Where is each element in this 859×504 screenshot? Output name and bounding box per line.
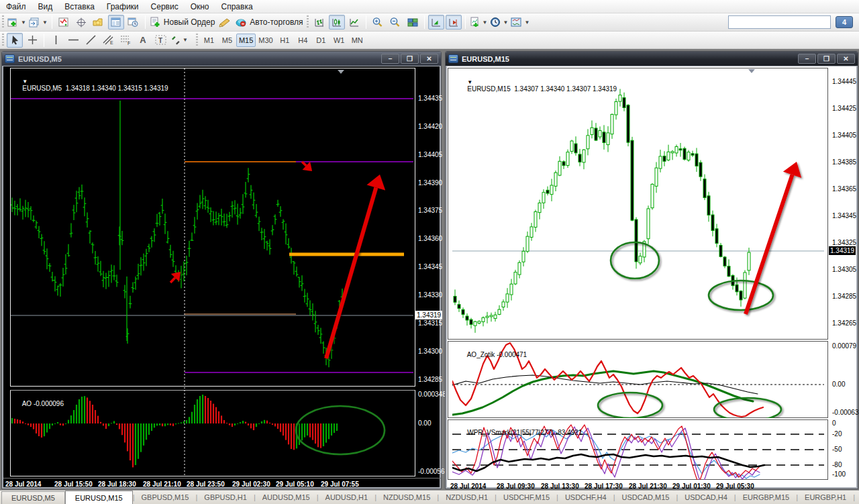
vertical-line-button[interactable] xyxy=(48,33,64,48)
close-button[interactable]: ✕ xyxy=(837,54,855,64)
standard-toolbar: ▼ ▼ Новый Ордер Авт xyxy=(0,13,859,32)
minimize-button[interactable]: – xyxy=(798,54,816,64)
text-label-button[interactable]: T xyxy=(152,33,168,48)
chart-tab-usdchf-h4[interactable]: USDCHF,H4 xyxy=(558,493,613,501)
menu-item-вставка[interactable]: Вставка xyxy=(58,1,101,13)
chart-client-area[interactable]: ▼ EURUSD,M15 1.34307 1.34340 1.34307 1.3… xyxy=(447,66,856,487)
templates-button[interactable]: ▼ xyxy=(510,15,530,30)
timeframe-button-m30[interactable]: M30 xyxy=(256,34,275,47)
window-titlebar[interactable]: EURUSD,M5 – ❐ ✕ xyxy=(2,52,441,66)
search-box[interactable] xyxy=(728,15,831,29)
collapse-caret-icon[interactable]: ▼ xyxy=(467,79,472,85)
arrows-tool-button[interactable]: ▼ xyxy=(170,33,189,48)
menu-item-файл[interactable]: Файл xyxy=(0,1,32,13)
fibonacci-button[interactable]: F xyxy=(117,33,134,48)
price-chart-m15[interactable] xyxy=(452,68,825,340)
cursor-button[interactable] xyxy=(7,33,23,48)
arrows-tool-icon xyxy=(170,35,181,45)
chart-window-icon xyxy=(5,54,15,63)
collapse-caret-icon[interactable]: ▼ xyxy=(22,79,28,85)
tile-windows-button[interactable] xyxy=(405,15,421,30)
chart-client-area[interactable]: ▼ EURUSD,M5 1.34318 1.34340 1.34315 1.34… xyxy=(3,66,440,487)
line-chart-button[interactable] xyxy=(346,15,362,30)
menu-item-окно[interactable]: Окно xyxy=(185,1,215,13)
crosshair-button[interactable] xyxy=(24,33,40,48)
chart-window-eurusd-m5[interactable]: EURUSD,M5 – ❐ ✕ ▼ EURUSD,M5 1.34318 1.34… xyxy=(1,51,442,489)
chart-tab-gbpusd-h1[interactable]: GBPUSD,H1 xyxy=(197,493,254,501)
timeframe-button-m15[interactable]: M15 xyxy=(236,34,256,47)
new-order-button[interactable]: Новый Ордер xyxy=(149,15,215,30)
close-button[interactable]: ✕ xyxy=(420,54,438,64)
search-input[interactable] xyxy=(729,18,829,26)
price-scale[interactable]: 1.344351.344201.344051.343901.343751.343… xyxy=(417,68,442,387)
menu-item-сервис[interactable]: Сервис xyxy=(145,1,185,13)
chart-tab-gbpusd-m15[interactable]: GBPUSD,M15 xyxy=(135,493,196,501)
strategy-tester-button[interactable] xyxy=(125,15,142,30)
metaeditor-button[interactable] xyxy=(217,15,233,30)
toolbar-grip[interactable] xyxy=(2,15,4,29)
maximize-button[interactable]: ❐ xyxy=(401,54,419,64)
periods-button[interactable]: ▼ xyxy=(489,15,509,30)
chart-tab-usdcad-h4[interactable]: USDCAD,H4 xyxy=(678,493,734,501)
toolbar-grip[interactable] xyxy=(196,34,198,47)
chart-tab-usdcad-m15[interactable]: USDCAD,M15 xyxy=(615,493,676,501)
equidistant-channel-button[interactable]: E xyxy=(100,33,116,48)
menu-item-графики[interactable]: Графики xyxy=(101,1,145,13)
auto-scroll-button[interactable] xyxy=(428,15,444,30)
price-chart-m5[interactable] xyxy=(11,68,415,389)
timeframe-button-m5[interactable]: M5 xyxy=(218,34,236,47)
scale-tick: 1.34365 xyxy=(832,186,856,193)
timeframe-button-w1[interactable]: W1 xyxy=(330,34,348,47)
scale-tick: -0.00063 xyxy=(832,409,858,416)
minimize-button[interactable]: – xyxy=(381,54,399,64)
data-window-button[interactable] xyxy=(73,15,89,30)
new-chart-button[interactable]: ▼ xyxy=(7,15,27,30)
text-label-icon: T xyxy=(155,35,166,45)
maximize-button[interactable]: ❐ xyxy=(817,54,836,64)
chart-tab-audusd-m15[interactable]: AUDUSD,M15 xyxy=(256,493,317,501)
bar-chart-button[interactable] xyxy=(311,15,327,30)
navigator-button[interactable] xyxy=(91,15,107,30)
menu-item-справка[interactable]: Справка xyxy=(215,1,259,13)
timeframe-button-h4[interactable]: H4 xyxy=(294,34,312,47)
chart-tab-nzdusd-h1[interactable]: NZDUSD,H1 xyxy=(439,493,495,501)
zoom-in-button[interactable] xyxy=(370,15,386,30)
chart-tab-eurusd-m5[interactable]: EURUSD,M5 xyxy=(1,491,65,504)
chart-tab-eurusd-m15[interactable]: EURUSD,M15 xyxy=(65,491,133,504)
scale-tick: 1.34345 xyxy=(832,213,856,219)
chart-shift-button[interactable] xyxy=(446,15,462,30)
chart-tab-usdjpy-m15[interactable]: USDJPY,M15 xyxy=(855,493,859,501)
time-axis[interactable]: 28 Jul 201428 Jul 09:3028 Jul 13:3028 Ju… xyxy=(447,481,858,491)
toolbar-grip[interactable] xyxy=(307,15,309,29)
horizontal-line-button[interactable] xyxy=(65,33,81,48)
candlestick-chart-button[interactable] xyxy=(329,15,345,30)
notifications-badge[interactable]: 4 xyxy=(836,16,853,28)
chart-tab-usdchf-m15[interactable]: USDCHF,M15 xyxy=(497,493,556,501)
zoom-out-button[interactable] xyxy=(387,15,403,30)
toolbar-separator xyxy=(44,34,44,47)
chart-tab-audusd-h1[interactable]: AUDUSD,H1 xyxy=(319,493,375,501)
timeframe-button-h1[interactable]: H1 xyxy=(276,34,294,47)
timeframe-button-mn[interactable]: MN xyxy=(348,34,366,47)
toolbar-grip[interactable] xyxy=(2,34,4,47)
timeframe-button-m1[interactable]: M1 xyxy=(200,34,218,47)
chart-tab-eurgbp-m15[interactable]: EURGBP,M15 xyxy=(736,493,797,501)
trendline-button[interactable] xyxy=(83,33,99,48)
profiles-button[interactable]: ▼ xyxy=(28,15,48,30)
bar-chart-icon xyxy=(314,17,325,28)
menu-item-вид[interactable]: Вид xyxy=(32,1,59,13)
indicators-button[interactable]: ▼ xyxy=(469,15,489,30)
market-watch-button[interactable] xyxy=(56,15,72,30)
timeframe-button-d1[interactable]: D1 xyxy=(312,34,330,47)
chart-tab-nzdusd-m15[interactable]: NZDUSD,M15 xyxy=(376,493,437,501)
text-button[interactable]: A xyxy=(135,33,151,48)
ao-indicator-pane-m5[interactable] xyxy=(11,390,415,476)
time-axis[interactable]: 28 Jul 201428 Jul 15:5028 Jul 18:3028 Ju… xyxy=(3,478,441,489)
chart-window-eurusd-m15[interactable]: EURUSD,M15 – ❐ ✕ ▼ EURUSD,M15 1.34307 1.… xyxy=(445,51,858,489)
window-titlebar[interactable]: EURUSD,M15 – ❐ ✕ xyxy=(446,52,858,66)
chart-tab-eurgbp-h1[interactable]: EURGBP,H1 xyxy=(798,493,853,501)
terminal-button[interactable] xyxy=(108,15,124,30)
price-scale[interactable]: 1.344451.344251.344051.343851.343651.343… xyxy=(829,68,858,340)
crosshair-data-icon xyxy=(76,17,87,28)
autotrading-button[interactable]: Авто-торговля xyxy=(234,15,303,30)
